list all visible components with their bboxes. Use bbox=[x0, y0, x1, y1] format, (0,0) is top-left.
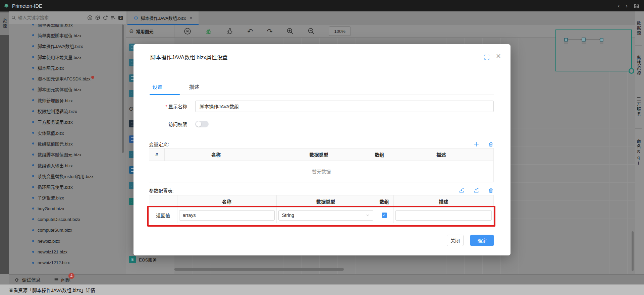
file-name: 教师新增服务.bizx bbox=[38, 97, 73, 104]
close-icon[interactable]: ✕ bbox=[496, 52, 501, 60]
file-bullet-icon bbox=[32, 197, 34, 199]
right-tab-offline-resources[interactable]: 离线资源 bbox=[635, 46, 642, 85]
nav-back-icon[interactable]: ‹ bbox=[618, 3, 620, 9]
new-resource-icon[interactable] bbox=[95, 15, 100, 20]
export-params-icon[interactable] bbox=[473, 187, 479, 193]
file-item[interactable]: 简单类型脚本赋值.bizx bbox=[9, 30, 126, 41]
file-name: buyGood.bizx bbox=[38, 206, 64, 211]
col-datatype: 数据类型 bbox=[268, 149, 370, 161]
delete-param-icon[interactable] bbox=[488, 188, 494, 193]
file-item[interactable]: 脚本图元调用AFCSDK.bizx bbox=[9, 73, 126, 84]
file-bullet-icon bbox=[32, 99, 34, 101]
file-item[interactable]: newbiz1212.bizx bbox=[9, 257, 126, 268]
zoom-in-icon[interactable] bbox=[286, 27, 294, 35]
file-item[interactable]: 实体赋值.bizx bbox=[9, 127, 126, 138]
file-item[interactable]: 系统变量替换resturl调用.bizx bbox=[9, 171, 126, 181]
error-badge bbox=[91, 76, 94, 79]
sidebar-tab-resources[interactable]: 资源 bbox=[0, 12, 9, 35]
dialog-tabs: 设置 描述 bbox=[150, 83, 217, 90]
empty-data-text: 暂无数据 bbox=[149, 161, 493, 182]
list-icon bbox=[53, 277, 59, 282]
palette-header-label: 常用图元 bbox=[136, 28, 153, 35]
file-item[interactable]: computeSum.bizx bbox=[9, 225, 126, 236]
minimap-resize-handle[interactable] bbox=[629, 68, 634, 74]
collapse-section-icon[interactable]: ⊖ bbox=[129, 105, 133, 112]
file-item[interactable]: 数组赋值图元.bizx bbox=[9, 138, 126, 149]
display-name-row: *显示名称 bbox=[149, 101, 494, 112]
param-array-checkbox[interactable]: ✓ bbox=[382, 213, 387, 218]
file-name: computeDiscount.bizx bbox=[38, 217, 80, 222]
param-description-input[interactable] bbox=[395, 210, 492, 221]
file-item[interactable]: buyGood.bizx bbox=[9, 203, 126, 214]
canvas-vertical-scrollbar[interactable] bbox=[632, 231, 634, 271]
file-bullet-icon bbox=[32, 142, 34, 144]
right-tab-thirdparty-services[interactable]: 三方服务 bbox=[635, 85, 642, 129]
debug-info-tab[interactable]: 调试信息 bbox=[14, 276, 41, 283]
fullscreen-icon[interactable] bbox=[484, 54, 490, 60]
redo-icon[interactable]: ↷ bbox=[267, 28, 273, 35]
ai-icon[interactable]: AI bbox=[87, 15, 93, 20]
param-datatype-select[interactable]: String bbox=[278, 210, 373, 221]
palette-item-eos[interactable]: E EOS服务 bbox=[129, 256, 157, 263]
nav-forward-icon[interactable]: › bbox=[626, 3, 628, 9]
titlebar: Primeton-IDE ‹ › bbox=[0, 0, 644, 11]
right-tab-datasource[interactable]: 数据源 bbox=[635, 11, 642, 46]
undo-icon[interactable]: ↶ bbox=[247, 28, 253, 35]
display-name-input[interactable] bbox=[195, 101, 494, 112]
canvas-horizontal-scrollbar[interactable] bbox=[174, 268, 344, 271]
bottom-panel-bar: 调试信息 问题 4 bbox=[9, 274, 644, 284]
param-name-input[interactable] bbox=[179, 210, 275, 221]
collapse-section-icon: ⊖ bbox=[129, 28, 133, 34]
file-item[interactable]: 数组脚本赋值图元.bizx bbox=[9, 149, 126, 160]
zoom-level-display[interactable]: 100% bbox=[329, 26, 351, 36]
file-name: 三方服务调用.bizx bbox=[38, 119, 73, 125]
tab-description[interactable]: 描述 bbox=[186, 83, 217, 90]
debug-run-icon[interactable] bbox=[205, 27, 212, 35]
explorer-scrollbar[interactable] bbox=[122, 24, 124, 153]
problems-tab[interactable]: 问题 4 bbox=[53, 276, 70, 283]
delete-variable-icon[interactable] bbox=[488, 141, 494, 147]
variables-label: 变量定义: bbox=[149, 141, 169, 148]
palette-header[interactable]: ⊖ 常用图元 bbox=[126, 25, 174, 38]
params-label: 参数配置表: bbox=[149, 187, 174, 194]
right-tab-named-sql[interactable]: 命名Sql bbox=[635, 129, 642, 176]
file-item[interactable]: computeDiscount.bizx bbox=[9, 214, 126, 225]
refresh-icon[interactable] bbox=[103, 15, 108, 20]
add-variable-icon[interactable] bbox=[473, 141, 479, 147]
file-name: 数组输入输出.bizx bbox=[38, 162, 73, 169]
status-text: 查看资源「脚本操作JAVA数组.bizx」详情 bbox=[9, 287, 95, 293]
file-bullet-icon bbox=[32, 175, 34, 177]
file-item[interactable]: 脚本操作JAVA数组.bizx bbox=[9, 41, 126, 52]
import-params-icon[interactable] bbox=[459, 187, 465, 193]
file-bullet-icon bbox=[32, 67, 34, 69]
file-item[interactable]: 三方服务调用.bizx bbox=[9, 117, 126, 127]
save-icon[interactable] bbox=[634, 3, 639, 9]
ok-button[interactable]: 确定 bbox=[470, 235, 494, 246]
translate-icon[interactable]: 文 bbox=[118, 15, 123, 20]
close-tab-icon[interactable]: × bbox=[190, 15, 193, 20]
file-item[interactable]: 脚本图元实体赋值.bizx bbox=[9, 84, 126, 95]
run-icon[interactable] bbox=[184, 27, 191, 35]
tab-settings[interactable]: 设置 bbox=[150, 83, 180, 90]
file-item[interactable]: newbiz.bizx bbox=[9, 236, 126, 246]
file-bullet-icon bbox=[32, 164, 34, 166]
file-item[interactable]: 脚本图元.bizx bbox=[9, 62, 126, 73]
app-title: Primeton-IDE bbox=[12, 3, 42, 9]
search-input[interactable] bbox=[18, 15, 58, 20]
access-permission-toggle[interactable] bbox=[195, 121, 209, 127]
file-item[interactable]: 循环图元使用.bizx bbox=[9, 181, 126, 192]
file-item[interactable]: newbiz121.bizx bbox=[9, 246, 126, 257]
file-item[interactable]: 教师新增服务.bizx bbox=[9, 95, 126, 106]
file-item[interactable]: 数组输入输出.bizx bbox=[9, 160, 126, 171]
editor-tab-active[interactable]: ⚙ 脚本操作JAVA数组.bizx × bbox=[127, 11, 199, 25]
sort-list-icon[interactable] bbox=[110, 15, 116, 20]
minimap[interactable] bbox=[555, 30, 632, 71]
file-item[interactable]: 子逻辑流.bizx bbox=[9, 192, 126, 203]
close-button[interactable]: 关闭 bbox=[447, 235, 464, 246]
right-panel-strip: 数据源 离线资源 三方服务 命名Sql bbox=[635, 11, 644, 274]
file-item[interactable]: 脚本使用环境变量.bizx bbox=[9, 52, 126, 62]
zoom-out-icon[interactable] bbox=[308, 27, 315, 35]
file-item[interactable]: 权限控制逻辑流.bizx bbox=[9, 106, 126, 116]
debug-icon[interactable] bbox=[226, 27, 233, 35]
file-bullet-icon bbox=[32, 229, 34, 231]
